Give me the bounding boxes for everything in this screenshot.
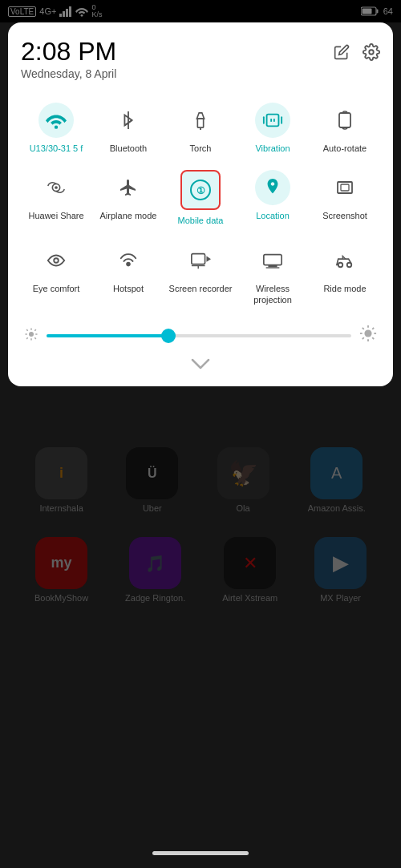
- airplanemode-label: Airplane mode: [100, 210, 157, 221]
- location-icon-wrap: [255, 170, 290, 205]
- mobiledata-label: Mobile data: [178, 215, 224, 226]
- svg-point-46: [364, 330, 371, 337]
- torch-icon-wrap: [183, 103, 218, 138]
- wifi-icon-wrap: [38, 103, 74, 138]
- location-label: Location: [256, 210, 290, 221]
- screenrecorder-icon: [190, 252, 211, 269]
- svg-point-8: [369, 50, 374, 55]
- svg-line-44: [26, 337, 28, 339]
- toggle-wifi[interactable]: U13/30-31 5 f: [21, 96, 91, 160]
- toggle-huaweishare[interactable]: Huawei Share: [21, 164, 91, 232]
- torch-icon: [192, 110, 209, 131]
- toggle-autorotate[interactable]: Auto-rotate: [310, 96, 380, 160]
- svg-line-41: [34, 337, 36, 339]
- eyecomfort-icon-wrap: [38, 243, 74, 278]
- svg-rect-28: [192, 253, 205, 264]
- bluetooth-icon: [119, 110, 137, 131]
- svg-rect-34: [266, 267, 280, 268]
- airplane-icon: [118, 178, 139, 197]
- wifi-icon: [46, 111, 67, 129]
- svg-text:①: ①: [196, 185, 205, 196]
- huaweishare-icon-wrap: [38, 170, 74, 205]
- screenrecorder-icon-wrap: [183, 243, 218, 278]
- vibration-icon: [262, 111, 283, 130]
- toggle-bluetooth[interactable]: Bluetooth: [93, 96, 164, 160]
- airplanemode-icon-wrap: [111, 170, 146, 205]
- svg-line-40: [26, 329, 28, 331]
- brightness-fill: [47, 334, 168, 337]
- current-date: Wednesday, 8 April: [21, 67, 116, 80]
- eyecomfort-label: Eye comfort: [33, 283, 80, 294]
- hotspot-label: Hotspot: [113, 283, 144, 294]
- wireless-icon: [262, 252, 283, 269]
- brightness-low-icon: [24, 327, 38, 345]
- vibration-icon-wrap: [255, 103, 290, 138]
- svg-point-36: [347, 262, 352, 267]
- autorotate-icon: [335, 111, 354, 130]
- eye-icon: [46, 252, 67, 268]
- vibration-label: Vibration: [255, 143, 290, 154]
- mobiledata-icon-wrap: ①: [180, 170, 221, 210]
- toggle-screenshot[interactable]: Screenshot: [310, 164, 380, 232]
- svg-point-9: [55, 126, 58, 129]
- svg-marker-29: [206, 256, 211, 261]
- svg-point-35: [338, 262, 343, 267]
- wirelessprojection-icon-wrap: [255, 243, 290, 278]
- mobiledata-icon: ①: [189, 179, 212, 201]
- svg-line-50: [372, 337, 374, 339]
- wifi-label: U13/30-31 5 f: [30, 143, 83, 154]
- hotspot-icon: [118, 251, 139, 270]
- ridemode-label: Ride mode: [323, 283, 366, 294]
- toggle-location[interactable]: Location: [237, 164, 308, 232]
- bluetooth-label: Bluetooth: [110, 143, 147, 154]
- autorotate-label: Auto-rotate: [323, 143, 367, 154]
- svg-point-21: [55, 186, 58, 189]
- screenrecorder-label: Screen recorder: [169, 283, 233, 294]
- bluetooth-icon-wrap: [111, 103, 146, 138]
- brightness-slider-track[interactable]: [47, 334, 351, 337]
- toggle-torch[interactable]: Torch: [165, 96, 236, 160]
- toggle-vibration[interactable]: Vibration: [237, 96, 308, 160]
- svg-line-45: [34, 329, 36, 331]
- settings-icon[interactable]: [363, 43, 380, 65]
- edit-icon[interactable]: [334, 44, 350, 64]
- toggles-grid: U13/30-31 5 f Bluetooth To: [21, 96, 380, 312]
- svg-line-54: [372, 328, 374, 329]
- svg-rect-11: [197, 119, 203, 127]
- toggle-wirelessprojection[interactable]: Wireless projection: [237, 236, 308, 313]
- svg-marker-12: [196, 113, 204, 119]
- panel-header: 2:08 PM Wednesday, 8 April: [21, 38, 380, 80]
- svg-point-27: [126, 261, 131, 266]
- svg-rect-25: [341, 184, 349, 191]
- toggle-eyecomfort[interactable]: Eye comfort: [21, 236, 91, 313]
- screenshot-icon-wrap: [327, 170, 363, 205]
- brightness-thumb[interactable]: [161, 329, 176, 343]
- toggle-hotspot[interactable]: Hotspot: [93, 236, 164, 313]
- ridemode-icon-wrap: [327, 243, 363, 278]
- torch-label: Torch: [190, 143, 212, 154]
- screenshot-icon: [335, 178, 354, 197]
- toggle-airplanemode[interactable]: Airplane mode: [93, 164, 164, 232]
- brightness-row: [21, 318, 380, 350]
- location-icon: [264, 177, 282, 198]
- svg-rect-32: [264, 254, 282, 264]
- wirelessprojection-label: Wireless projection: [239, 283, 306, 306]
- brightness-high-icon: [359, 325, 377, 347]
- svg-point-26: [54, 258, 59, 263]
- home-indicator[interactable]: [152, 851, 249, 855]
- autorotate-icon-wrap: [327, 103, 363, 138]
- hotspot-icon-wrap: [111, 243, 146, 278]
- quick-settings-panel: 2:08 PM Wednesday, 8 April: [8, 22, 393, 386]
- svg-rect-33: [268, 264, 277, 267]
- svg-rect-19: [339, 113, 350, 127]
- toggle-ridemode[interactable]: Ride mode: [310, 236, 380, 313]
- svg-point-37: [29, 332, 34, 337]
- huaweishare-icon: [46, 178, 67, 197]
- toggle-mobiledata[interactable]: ① Mobile data: [165, 164, 236, 232]
- ride-icon: [334, 252, 355, 269]
- panel-chevron[interactable]: [21, 350, 380, 373]
- huaweishare-label: Huawei Share: [28, 210, 83, 221]
- toggle-screenrecorder[interactable]: Screen recorder: [165, 236, 236, 313]
- screenshot-label: Screenshot: [322, 210, 367, 221]
- svg-rect-24: [338, 182, 352, 193]
